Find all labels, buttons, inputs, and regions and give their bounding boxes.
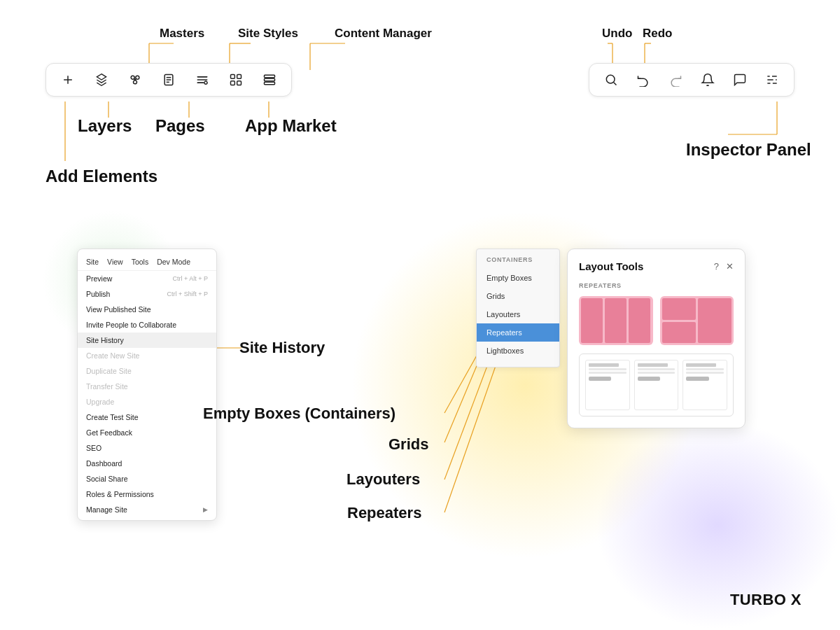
- menu-roles-label: Roles & Permissions: [86, 490, 154, 498]
- rwk-title-bar: [686, 363, 716, 367]
- menu-publish[interactable]: Publish Ctrl + Shift + P: [78, 286, 216, 302]
- menu-site-history-label: Site History: [86, 336, 124, 344]
- notifications-icon[interactable]: [699, 71, 717, 89]
- menu-publish-shortcut: Ctrl + Shift + P: [167, 290, 208, 298]
- rwk-card-2: [634, 360, 679, 410]
- rwk-line: [638, 372, 676, 374]
- menu-dashboard[interactable]: Dashboard: [78, 456, 216, 471]
- masters-icon[interactable]: [126, 71, 144, 89]
- layout-tools-panel: Layout Tools ? ✕ REPEATERS: [567, 248, 746, 428]
- view-tab[interactable]: View: [107, 258, 123, 266]
- rpk-cell: [605, 298, 626, 343]
- menu-view-published-label: View Published Site: [86, 305, 151, 314]
- svg-point-25: [134, 80, 137, 84]
- svg-rect-33: [231, 75, 235, 79]
- menu-transfer: Transfer Site: [78, 379, 216, 394]
- left-toolbar: [46, 63, 292, 97]
- menu-invite[interactable]: Invite People to Collaborate: [78, 317, 216, 332]
- devmode-tab[interactable]: Dev Mode: [157, 258, 190, 266]
- repeaters-section-label: REPEATERS: [579, 282, 734, 289]
- label-grids: Grids: [388, 435, 428, 454]
- menu-create-test[interactable]: Create Test Site: [78, 410, 216, 425]
- rwk-btn: [686, 377, 708, 381]
- containers-lightboxes-label: Lightboxes: [486, 346, 524, 355]
- menu-upgrade: Upgrade: [78, 394, 216, 410]
- svg-rect-39: [265, 82, 275, 84]
- containers-grids-label: Grids: [486, 292, 505, 300]
- svg-rect-37: [265, 75, 275, 77]
- menu-transfer-label: Transfer Site: [86, 382, 128, 391]
- menu-preview-label: Preview: [86, 274, 112, 283]
- layout-tools-close[interactable]: ✕: [726, 261, 734, 272]
- menu-duplicate-label: Duplicate Site: [86, 367, 132, 375]
- menu-duplicate: Duplicate Site: [78, 363, 216, 379]
- rwk-line: [686, 372, 724, 374]
- svg-point-32: [204, 81, 207, 84]
- layers-icon[interactable]: [92, 71, 111, 89]
- rwk-line: [589, 372, 626, 374]
- svg-line-20: [444, 348, 502, 512]
- containers-layouters[interactable]: Layouters: [477, 305, 559, 323]
- svg-line-41: [614, 83, 617, 85]
- label-site-history: Site History: [239, 339, 325, 357]
- containers-lightboxes[interactable]: Lightboxes: [477, 342, 559, 360]
- menu-view-published[interactable]: View Published Site: [78, 302, 216, 317]
- rwk-title-bar: [638, 363, 668, 367]
- add-icon[interactable]: [59, 71, 77, 89]
- containers-layouters-label: Layouters: [486, 310, 520, 318]
- rpk-cell: [581, 298, 603, 343]
- content-manager-icon[interactable]: [260, 71, 279, 89]
- rpk-cell: [662, 322, 696, 344]
- layout-tools-help[interactable]: ?: [714, 261, 719, 272]
- menu-social-share[interactable]: Social Share: [78, 471, 216, 486]
- search-icon[interactable]: [602, 71, 620, 89]
- label-empty-boxes: Empty Boxes (Containers): [203, 405, 396, 423]
- containers-empty-boxes[interactable]: Empty Boxes: [477, 269, 559, 287]
- containers-repeaters-label: Repeaters: [486, 328, 522, 337]
- rpk-cell: [698, 298, 732, 343]
- undo-icon[interactable]: [634, 71, 652, 89]
- redo-icon[interactable]: [666, 71, 685, 89]
- right-toolbar: [589, 63, 794, 97]
- menu-create-new: Create New Site: [78, 348, 216, 363]
- right-toolbar-box: [589, 63, 794, 97]
- label-undo: Undo: [602, 27, 632, 41]
- containers-panel: CONTAINERS Empty Boxes Grids Layouters R…: [476, 248, 560, 368]
- pages-icon[interactable]: [160, 71, 178, 89]
- svg-point-24: [136, 76, 139, 79]
- menu-create-new-label: Create New Site: [86, 351, 139, 360]
- label-repeaters: Repeaters: [347, 504, 421, 522]
- menu-site-history[interactable]: Site History: [78, 332, 216, 348]
- layout-tools-header: Layout Tools ? ✕: [579, 260, 734, 272]
- tools-tab[interactable]: Tools: [132, 258, 149, 266]
- label-app-market: App Market: [245, 116, 337, 136]
- repeater-card-white-row[interactable]: [579, 354, 734, 416]
- menu-dashboard-label: Dashboard: [86, 459, 122, 468]
- rwk-btn: [638, 377, 660, 381]
- comments-icon[interactable]: [731, 71, 749, 89]
- site-styles-icon[interactable]: [193, 71, 211, 89]
- rwk-card-1: [585, 360, 630, 410]
- containers-grids[interactable]: Grids: [477, 287, 559, 305]
- site-tab[interactable]: Site: [86, 258, 99, 266]
- bg-blob-purple: [595, 420, 840, 630]
- menu-preview-shortcut: Ctrl + Alt + P: [172, 275, 208, 282]
- repeater-card-2x2[interactable]: [660, 296, 734, 345]
- inspector-panel-icon[interactable]: [763, 71, 781, 89]
- label-masters: Masters: [160, 27, 204, 41]
- site-menu-tabs: Site View Tools Dev Mode: [78, 252, 216, 271]
- label-layers: Layers: [78, 116, 132, 136]
- menu-upgrade-label: Upgrade: [86, 398, 114, 406]
- containers-repeaters[interactable]: Repeaters: [477, 323, 559, 342]
- menu-manage-site-label: Manage Site: [86, 505, 127, 514]
- menu-preview[interactable]: Preview Ctrl + Alt + P: [78, 271, 216, 286]
- rwk-btn: [589, 377, 611, 381]
- label-redo: Redo: [643, 27, 673, 41]
- app-market-icon[interactable]: [227, 71, 245, 89]
- menu-roles[interactable]: Roles & Permissions: [78, 486, 216, 502]
- menu-manage-site[interactable]: Manage Site ▶: [78, 502, 216, 517]
- containers-empty-boxes-label: Empty Boxes: [486, 274, 532, 282]
- menu-get-feedback[interactable]: Get Feedback: [78, 425, 216, 440]
- menu-seo[interactable]: SEO: [78, 440, 216, 456]
- repeater-card-3col[interactable]: [579, 296, 653, 345]
